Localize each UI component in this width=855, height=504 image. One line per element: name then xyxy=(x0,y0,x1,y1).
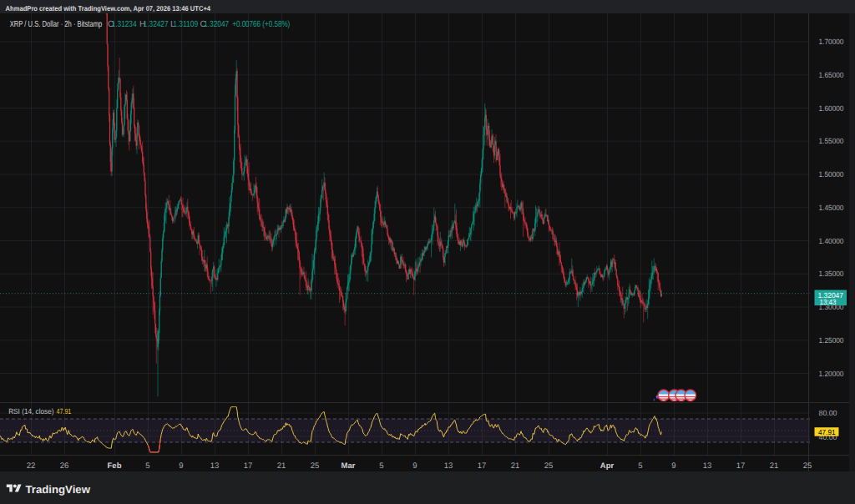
svg-text:1.35000: 1.35000 xyxy=(819,270,844,278)
svg-text:1.31234: 1.31234 xyxy=(112,20,137,29)
svg-text:5: 5 xyxy=(145,461,149,471)
svg-text:47.91: 47.91 xyxy=(818,428,836,436)
svg-text:22: 22 xyxy=(27,461,36,471)
svg-text:1.50000: 1.50000 xyxy=(819,170,844,179)
svg-text:AhmadPro created with TradingV: AhmadPro created with TradingView.com, A… xyxy=(6,4,211,13)
svg-text:1.60000: 1.60000 xyxy=(819,104,844,113)
svg-text:25: 25 xyxy=(311,461,320,471)
svg-text:1.40000: 1.40000 xyxy=(819,237,844,245)
svg-text:25: 25 xyxy=(803,461,812,471)
svg-text:1.32427: 1.32427 xyxy=(144,20,169,29)
svg-text:1.25000: 1.25000 xyxy=(819,336,844,345)
svg-text:26: 26 xyxy=(60,461,69,471)
svg-text:17: 17 xyxy=(244,461,253,471)
svg-text:9: 9 xyxy=(179,461,183,471)
svg-text:TradingView: TradingView xyxy=(26,483,91,496)
svg-text:5: 5 xyxy=(638,461,642,471)
svg-text:5: 5 xyxy=(379,461,383,471)
svg-text:25: 25 xyxy=(544,461,554,471)
svg-text:13: 13 xyxy=(210,461,220,471)
svg-text:1.70000: 1.70000 xyxy=(819,38,844,46)
svg-text:XRP / U.S. Dollar · 2h · Bitst: XRP / U.S. Dollar · 2h · Bitstamp xyxy=(10,20,103,29)
svg-text:1.32047: 1.32047 xyxy=(204,20,229,29)
svg-text:Mar: Mar xyxy=(341,461,356,471)
svg-text:1.20000: 1.20000 xyxy=(819,370,844,378)
svg-text:13: 13 xyxy=(703,461,712,471)
svg-text:21: 21 xyxy=(511,461,520,471)
svg-text:1.55000: 1.55000 xyxy=(819,137,844,145)
svg-text:13:43: 13:43 xyxy=(820,298,837,306)
svg-text:Apr: Apr xyxy=(600,461,615,471)
svg-text:Feb: Feb xyxy=(108,461,122,471)
svg-text:17: 17 xyxy=(478,461,487,471)
svg-text:RSI (14, close): RSI (14, close) xyxy=(8,407,53,416)
svg-text:9: 9 xyxy=(671,461,675,471)
svg-text:17: 17 xyxy=(736,461,746,471)
svg-text:21: 21 xyxy=(277,461,286,471)
svg-text:1.31109: 1.31109 xyxy=(173,20,198,29)
svg-text:1.65000: 1.65000 xyxy=(819,71,844,79)
svg-text:+0.00766 (+0.58%): +0.00766 (+0.58%) xyxy=(232,20,290,29)
svg-text:21: 21 xyxy=(770,461,779,471)
svg-text:80.00: 80.00 xyxy=(819,409,837,417)
svg-text:47.91: 47.91 xyxy=(57,407,72,416)
svg-text:9: 9 xyxy=(412,461,417,471)
svg-text:1.45000: 1.45000 xyxy=(819,204,844,212)
svg-text:13: 13 xyxy=(444,461,453,471)
